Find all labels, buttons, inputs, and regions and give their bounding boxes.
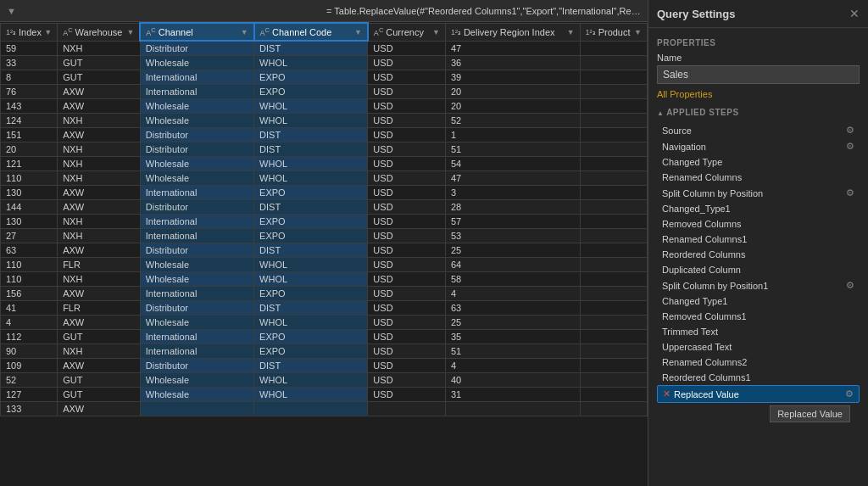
table-row: 59NXHDistributorDISTUSD47 [1, 41, 648, 56]
step-label: Split Column by Position [662, 188, 846, 198]
step-label: Trimmed Text [662, 327, 854, 337]
table-cell: NXH [58, 142, 141, 157]
table-row: 63AXWDistributorDISTUSD25 [1, 243, 648, 258]
col-sort-product[interactable]: ▼ [634, 28, 642, 36]
col-icon-channel-code: AC [260, 26, 270, 37]
step-item[interactable]: Removed Columns1 [657, 309, 860, 324]
table-cell: 64 [445, 258, 580, 272]
table-cell: USD [368, 70, 446, 85]
table-cell: 109 [1, 359, 58, 373]
col-sort-warehouse[interactable]: ▼ [126, 28, 134, 36]
table-cell: USD [368, 301, 446, 316]
step-label: Removed Columns1 [662, 311, 854, 321]
step-item[interactable]: Renamed Columns [657, 170, 860, 185]
step-gear-icon[interactable]: ⚙ [846, 125, 854, 136]
table-row: 130NXHInternationalEXPOUSD57 [1, 215, 648, 229]
formula-text: = Table.ReplaceValue(#"Reordered Columns… [326, 6, 641, 16]
table-cell: 130 [1, 186, 58, 200]
table-row: 27NXHInternationalEXPOUSD53 [1, 229, 648, 243]
step-item[interactable]: ✕Replaced Value⚙Replaced Value [657, 385, 860, 403]
step-item[interactable]: Uppercased Text [657, 339, 860, 355]
data-table-wrapper[interactable]: 1²₃ Index ▼ AC Warehouse ▼ [0, 22, 648, 486]
step-item[interactable]: Navigation⚙ [657, 138, 860, 154]
step-label: Changed_Type1 [662, 204, 854, 214]
col-icon-warehouse: AC [63, 26, 72, 37]
table-cell: DIST [254, 243, 368, 258]
table-cell: WHOL [254, 272, 368, 287]
qs-close-button[interactable]: ✕ [849, 7, 860, 20]
table-cell: 110 [1, 258, 58, 272]
step-delete-icon[interactable]: ✕ [663, 388, 670, 399]
col-sort-index[interactable]: ▼ [44, 28, 52, 36]
col-sort-channel-code[interactable]: ▼ [354, 28, 362, 36]
table-cell [580, 128, 647, 142]
qs-name-input[interactable] [657, 65, 860, 84]
table-cell: DIST [254, 142, 368, 157]
step-item[interactable]: Changed Type [657, 154, 860, 170]
step-label: Removed Columns [662, 219, 854, 229]
table-cell: 39 [445, 70, 580, 85]
data-table: 1²₃ Index ▼ AC Warehouse ▼ [0, 22, 648, 416]
table-cell: 151 [1, 128, 58, 142]
step-gear-icon[interactable]: ⚙ [846, 187, 854, 198]
step-label: Duplicated Column [662, 265, 854, 275]
table-cell: NXH [58, 41, 141, 56]
table-cell: GUT [58, 373, 141, 388]
step-item[interactable]: Removed Columns [657, 216, 860, 232]
step-label: Renamed Columns1 [662, 234, 854, 244]
step-item[interactable]: Split Column by Position1⚙ [657, 277, 860, 293]
col-header-channel[interactable]: AC Channel ▼ [140, 23, 253, 41]
table-row: 130AXWInternationalEXPOUSD3 [1, 186, 648, 200]
table-cell [580, 316, 647, 330]
step-gear-icon[interactable]: ⚙ [846, 141, 854, 152]
col-sort-channel[interactable]: ▼ [241, 28, 248, 36]
col-header-product[interactable]: 1²₃ Product ▼ [580, 23, 647, 41]
step-item[interactable]: Changed Type1 [657, 293, 860, 309]
col-label-index: Index [19, 27, 42, 37]
step-item[interactable]: Split Column by Position⚙ [657, 185, 860, 201]
table-cell: WHOL [254, 258, 368, 272]
col-header-channel-code[interactable]: AC Channel Code ▼ [254, 23, 368, 41]
col-header-warehouse[interactable]: AC Warehouse ▼ [58, 23, 141, 41]
step-gear-icon[interactable]: ⚙ [846, 280, 854, 291]
step-item[interactable]: Duplicated Column [657, 262, 860, 277]
step-label: Reordered Columns1 [662, 372, 854, 383]
step-item[interactable]: Renamed Columns1 [657, 232, 860, 247]
col-sort-currency[interactable]: ▼ [432, 28, 440, 36]
table-cell [580, 56, 647, 70]
col-header-delivery[interactable]: 1²₃ Delivery Region Index ▼ [445, 23, 580, 41]
table-cell: GUT [58, 56, 141, 70]
table-cell: Wholesale [140, 114, 253, 128]
step-item[interactable]: Source⚙ [657, 122, 860, 138]
table-cell [580, 258, 647, 272]
step-item[interactable]: Renamed Columns2 [657, 355, 860, 370]
step-item[interactable]: Reordered Columns [657, 247, 860, 262]
col-icon-channel: AC [146, 26, 155, 37]
step-gear-icon[interactable]: ⚙ [845, 388, 854, 399]
steps-list: Source⚙Navigation⚙Changed TypeRenamed Co… [657, 122, 860, 403]
table-cell: International [140, 215, 253, 229]
step-item[interactable]: Trimmed Text [657, 324, 860, 339]
col-label-channel-code: Channel Code [272, 27, 331, 37]
table-cell: 35 [445, 330, 580, 344]
col-header-currency[interactable]: AC Currency ▼ [368, 23, 446, 41]
table-cell: 20 [445, 85, 580, 99]
table-cell: 127 [1, 388, 58, 402]
table-cell: USD [368, 128, 446, 142]
table-row: 143AXWWholesaleWHOLUSD20 [1, 99, 648, 114]
col-sort-delivery[interactable]: ▼ [567, 28, 575, 36]
step-label: Changed Type [662, 157, 854, 167]
step-label: Renamed Columns [662, 172, 854, 182]
col-header-index[interactable]: 1²₃ Index ▼ [1, 23, 58, 41]
table-cell: AXW [58, 128, 141, 142]
table-cell: 63 [1, 243, 58, 258]
table-cell [580, 388, 647, 402]
step-item[interactable]: Changed_Type1 [657, 201, 860, 216]
table-cell [580, 243, 647, 258]
table-row: 110NXHWholesaleWHOLUSD58 [1, 272, 648, 287]
table-cell: WHOL [254, 114, 368, 128]
table-cell: 90 [1, 344, 58, 359]
qs-all-properties-link[interactable]: All Properties [657, 89, 860, 99]
step-item[interactable]: Reordered Columns1 [657, 370, 860, 385]
table-row: 133AXW [1, 402, 648, 416]
